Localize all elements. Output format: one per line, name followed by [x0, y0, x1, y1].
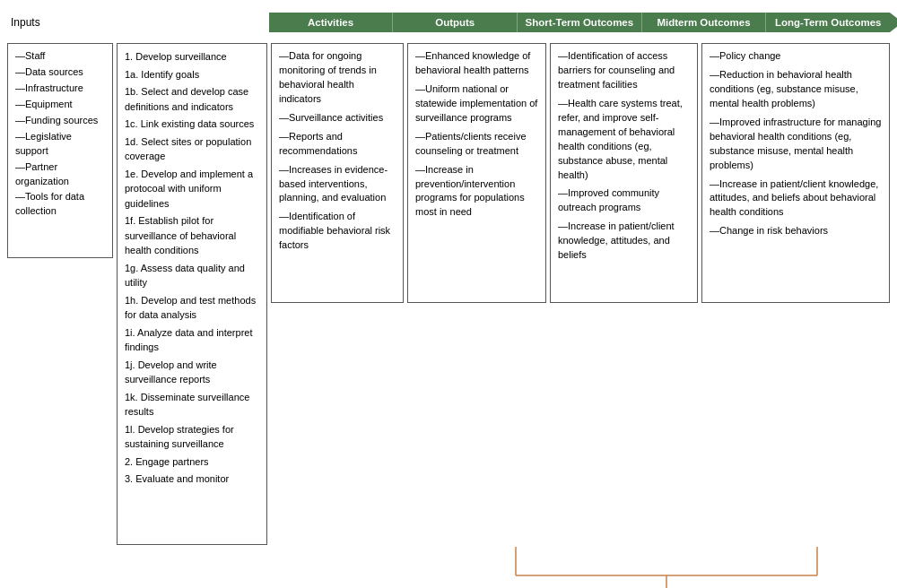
out-1: —Data for ongoing monitoring of trends i…	[279, 49, 396, 107]
midterm-header: Midterm Outcomes	[642, 13, 767, 32]
outputs-column: —Data for ongoing monitoring of trends i…	[271, 43, 404, 303]
act-1k: 1k. Disseminate surveillance results	[125, 390, 259, 419]
page: Inputs Activities Outputs Short-Term Out…	[0, 0, 897, 588]
inputs-item-6: —Legislative support	[15, 130, 105, 159]
arrow-bar: Activities Outputs Short-Term Outcomes M…	[269, 13, 890, 32]
short-4: —Increase in prevention/intervention pro…	[415, 163, 538, 220]
act-1i: 1i. Analyze data and interpret findings	[125, 325, 259, 355]
out-5: —Identification of modifiable behavioral…	[279, 210, 396, 253]
outputs-box: —Data for ongoing monitoring of trends i…	[271, 43, 404, 303]
short-outcomes-box: —Enhanced knowledge of behavioral health…	[407, 43, 546, 303]
activities-header: Activities	[269, 13, 394, 32]
act-1a: 1a. Identify goals	[125, 67, 259, 82]
header-row: Inputs Activities Outputs Short-Term Out…	[7, 7, 890, 38]
act-1l: 1l. Develop strategies for sustaining su…	[125, 422, 259, 452]
inputs-item-1: —Staff	[15, 49, 105, 64]
inputs-column: —Staff —Data sources —Infrastructure —Eq…	[7, 43, 113, 258]
inputs-item-8: —Tools for data collection	[15, 190, 105, 219]
activities-column: 1. Develop surveillance 1a. Identify goa…	[117, 43, 267, 545]
out-2: —Surveillance activities	[279, 111, 396, 125]
activities-box: 1. Develop surveillance 1a. Identify goa…	[117, 43, 267, 545]
short-2: —Uniform national or statewide implement…	[415, 82, 538, 125]
outputs-header: Outputs	[393, 13, 518, 32]
long-2: —Reduction in behavioral health conditio…	[710, 68, 882, 111]
header-inputs: Inputs	[7, 7, 266, 38]
midterm-box: —Identification of access barriers for c…	[550, 43, 698, 303]
short-outcomes-header: Short-Term Outcomes	[518, 13, 642, 32]
act-1c: 1c. Link existing data sources	[125, 117, 259, 132]
inputs-item-4: —Equipment	[15, 98, 105, 112]
longterm-column: —Policy change —Reduction in behavioral …	[701, 43, 890, 303]
content-row: —Staff —Data sources —Infrastructure —Eq…	[7, 43, 890, 545]
inputs-item-2: —Data sources	[15, 65, 105, 80]
act-1j: 1j. Develop and write surveillance repor…	[125, 358, 259, 387]
out-3: —Reports and recommendations	[279, 130, 396, 159]
longterm-header: Long-Term Outcomes	[766, 13, 890, 32]
long-4: —Increase in patient/client knowledge, a…	[710, 177, 882, 220]
inputs-box: —Staff —Data sources —Infrastructure —Eq…	[7, 43, 113, 258]
long-5: —Change in risk behaviors	[710, 224, 882, 238]
act-1d: 1d. Select sites or population coverage	[125, 134, 259, 164]
arrow-container: Activities Outputs Short-Term Outcomes M…	[269, 7, 890, 38]
act-1g: 1g. Assess data quality and utility	[125, 261, 259, 290]
act-1f: 1f. Establish pilot for surveillance of …	[125, 213, 259, 258]
arrow-tip	[890, 13, 897, 32]
impact-section: IMPACT —Improve quality of life for affe…	[7, 549, 890, 588]
act-1e: 1e. Develop and implement a protocoal wi…	[125, 167, 259, 212]
longterm-box: —Policy change —Reduction in behavioral …	[701, 43, 890, 303]
mid-4: —Increase in patient/client knowledge, a…	[558, 220, 690, 263]
out-4: —Increases in evidence-based interventio…	[279, 163, 396, 206]
midterm-column: —Identification of access barriers for c…	[550, 43, 698, 303]
mid-2: —Health care systems treat, refer, and i…	[558, 97, 690, 183]
inputs-item-7: —Partner organization	[15, 160, 105, 189]
act-2: 2. Engage partners	[125, 454, 259, 470]
act-1: 1. Develop surveillance	[125, 49, 259, 65]
mid-3: —Improved community outreach programs	[558, 186, 690, 215]
mid-1: —Identification of access barriers for c…	[558, 49, 690, 92]
short-1: —Enhanced knowledge of behavioral health…	[415, 49, 538, 78]
inputs-item-5: —Funding sources	[15, 114, 105, 128]
act-1h: 1h. Develop and test methods for data an…	[125, 293, 259, 323]
act-3: 3. Evaluate and monitor	[125, 471, 259, 487]
long-3: —Improved infrastructure for managing be…	[710, 116, 882, 173]
inputs-header-label: Inputs	[11, 16, 40, 29]
act-1b: 1b. Select and develop case definitions …	[125, 84, 259, 114]
long-1: —Policy change	[710, 49, 882, 64]
inputs-item-3: —Infrastructure	[15, 82, 105, 96]
short-3: —Patients/clients receive counseling or …	[415, 130, 538, 159]
lower-section: IMPACT —Improve quality of life for affe…	[7, 549, 890, 588]
short-outcomes-column: —Enhanced knowledge of behavioral health…	[407, 43, 546, 303]
